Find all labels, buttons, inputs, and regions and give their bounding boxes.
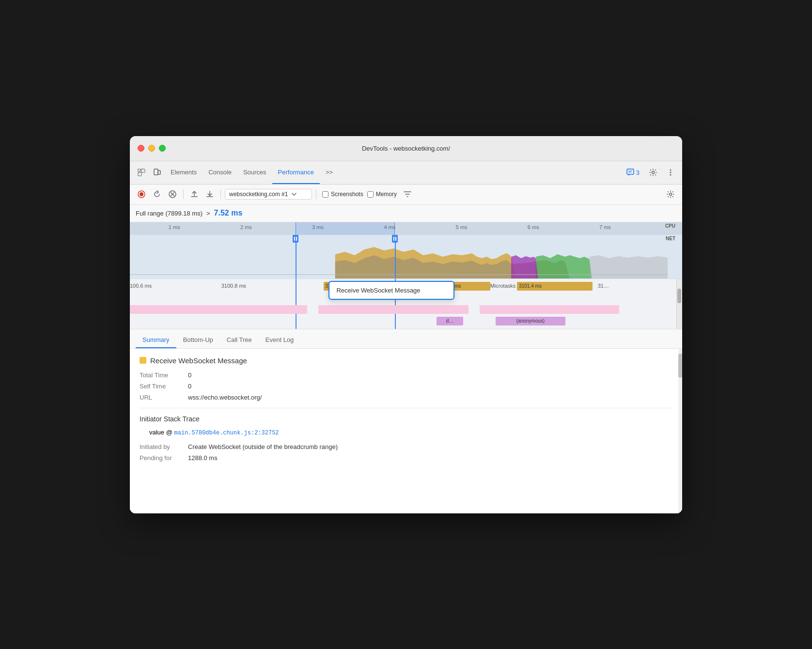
tooltip-text: Receive WebSocket Message	[336, 287, 420, 294]
settings-icon[interactable]	[645, 165, 661, 180]
separator-2	[220, 189, 221, 199]
initiated-by-row: Initiated by Create WebSocket (outside o…	[140, 441, 672, 450]
bottom-tabs: Summary Bottom-Up Call Tree Event Log	[130, 329, 682, 349]
minimize-button[interactable]	[148, 145, 155, 152]
close-button[interactable]	[138, 145, 144, 152]
svg-rect-5	[627, 169, 634, 174]
total-time-value: 0	[188, 371, 191, 379]
ruler-tick-1ms: 1 ms	[169, 222, 180, 230]
svg-rect-0	[138, 169, 141, 171]
timeline-ruler: 1 ms 2 ms 3 ms 4 ms 5 ms 6 ms 7 ms CPU	[130, 222, 682, 235]
summary-title: Receive WebSocket Message	[140, 356, 672, 365]
download-button[interactable]	[203, 187, 217, 201]
tab-event-log[interactable]: Event Log	[259, 332, 301, 348]
screenshots-checkbox[interactable]	[322, 191, 328, 198]
ruler-tick-2ms: 2 ms	[240, 222, 252, 230]
svg-point-9	[670, 170, 671, 171]
device-icon[interactable]	[149, 165, 165, 180]
full-range-label: Full range (7899.18 ms)	[136, 210, 203, 217]
devtools-tabs-bar: Elements Console Sources Performance >> …	[130, 161, 682, 185]
summary-panel: Receive WebSocket Message Total Time 0 S…	[130, 349, 682, 513]
initiated-by-value: Create WebSocket (outside of the breadcr…	[188, 443, 338, 450]
tooltip-popup: Receive WebSocket Message	[328, 281, 454, 300]
record-button[interactable]	[135, 187, 148, 201]
svg-point-11	[670, 174, 671, 176]
separator-1	[183, 189, 184, 199]
badge-count: 3	[636, 169, 640, 176]
url-value: wss://echo.websocket.org/	[188, 394, 262, 401]
svg-rect-2	[138, 172, 141, 176]
divider-1	[140, 408, 672, 408]
svg-point-10	[670, 172, 671, 173]
tab-call-tree[interactable]: Call Tree	[220, 332, 259, 348]
svg-point-13	[140, 192, 143, 196]
self-time-label: Self Time	[140, 383, 183, 390]
stack-link[interactable]: main.5780db4e.chunk.js:2:32752	[174, 430, 279, 436]
event-title: Receive WebSocket Message	[150, 356, 247, 365]
stack-trace-row: value @ main.5780db4e.chunk.js:2:32752	[140, 429, 672, 436]
capture-settings-gear[interactable]	[664, 187, 677, 201]
separator-3	[316, 189, 316, 199]
svg-marker-22	[590, 255, 668, 278]
url-label: URL	[140, 394, 183, 401]
timeline-area: 1 ms 2 ms 3 ms 4 ms 5 ms 6 ms 7 ms CPU	[130, 222, 682, 329]
memory-checkbox[interactable]	[367, 191, 374, 198]
maximize-button[interactable]	[159, 145, 166, 152]
clear-button[interactable]	[166, 187, 179, 201]
svg-rect-4	[158, 170, 160, 174]
screenshots-checkbox-label[interactable]: Screenshots	[322, 191, 363, 198]
event-color-square	[140, 357, 146, 364]
traffic-lights	[138, 145, 166, 152]
tab-elements[interactable]: Elements	[165, 161, 203, 184]
pending-for-label: Pending for	[140, 454, 183, 462]
ruler-tick-6ms: 6 ms	[528, 222, 539, 230]
selector-icon[interactable]	[134, 165, 149, 180]
tab-sources[interactable]: Sources	[237, 161, 272, 184]
self-time-value: 0	[188, 383, 191, 390]
tab-console[interactable]: Console	[203, 161, 237, 184]
svg-rect-1	[141, 169, 145, 172]
window-title: DevTools - websocketking.com/	[362, 145, 450, 152]
range-arrow: >	[206, 210, 210, 217]
initiated-by-label: Initiated by	[140, 443, 183, 450]
url-row: URL wss://echo.websocket.org/	[140, 394, 672, 401]
reload-record-button[interactable]	[150, 187, 164, 201]
tab-performance[interactable]: Performance	[272, 161, 320, 184]
url-selector-text: websocketking.com #1	[229, 191, 288, 198]
self-time-row: Self Time 0	[140, 383, 672, 390]
tab-summary[interactable]: Summary	[136, 332, 176, 348]
ruler-tick-3ms: 3 ms	[312, 222, 324, 230]
url-selector[interactable]: websocketking.com #1	[225, 189, 312, 200]
stack-indent-label: value @	[149, 429, 172, 436]
performance-toolbar: websocketking.com #1 Screenshots Memory	[130, 185, 682, 205]
initiator-section-title: Initiator Stack Trace	[140, 415, 672, 423]
pending-for-row: Pending for 1288.0 ms	[140, 454, 672, 462]
ruler-tick-4ms: 4 ms	[384, 222, 395, 230]
timeline-scrollbar[interactable]	[676, 279, 682, 329]
ruler-tick-7ms: 7 ms	[599, 222, 611, 230]
feedback-button[interactable]: 3	[623, 167, 643, 178]
range-bar: Full range (7899.18 ms) > 7.52 ms	[130, 205, 682, 222]
range-selection: 7.52 ms	[214, 209, 243, 217]
net-label: NET	[666, 236, 675, 241]
upload-button[interactable]	[187, 187, 201, 201]
svg-point-8	[652, 171, 655, 174]
pending-for-value: 1288.0 ms	[188, 454, 218, 462]
svg-point-17	[670, 193, 672, 196]
tab-bottom-up[interactable]: Bottom-Up	[176, 332, 220, 348]
title-bar: DevTools - websocketking.com/	[130, 136, 682, 161]
memory-checkbox-label[interactable]: Memory	[367, 191, 397, 198]
flame-chart-area: 100.6 ms 3100.8 ms 3101.0 ms Function Ca…	[130, 278, 682, 329]
capture-settings-icon[interactable]	[401, 187, 414, 201]
cpu-label: CPU	[665, 223, 675, 229]
summary-scrollbar[interactable]	[678, 349, 682, 513]
tab-more[interactable]: >>	[320, 161, 339, 184]
devtools-window: DevTools - websocketking.com/ Elements C…	[130, 136, 682, 513]
bottom-section: Summary Bottom-Up Call Tree Event Log Re…	[130, 329, 682, 513]
more-icon[interactable]	[663, 165, 678, 180]
total-time-row: Total Time 0	[140, 371, 672, 379]
total-time-label: Total Time	[140, 371, 183, 379]
svg-rect-3	[154, 169, 158, 175]
devtools-right-icons: 3	[623, 165, 678, 180]
cpu-chart: NET	[130, 235, 682, 278]
